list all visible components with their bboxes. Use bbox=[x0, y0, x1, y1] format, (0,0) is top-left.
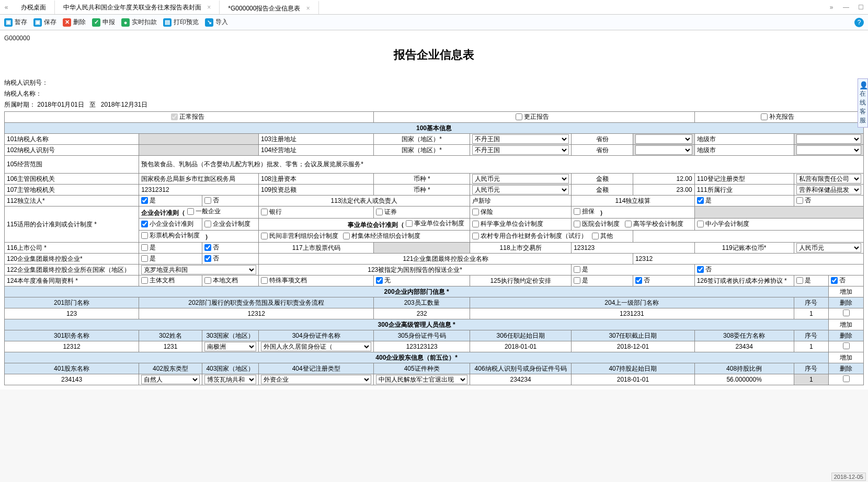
select-104-city[interactable] bbox=[796, 145, 861, 155]
select-405[interactable]: 中国人民解放军士官退出现 bbox=[376, 375, 467, 384]
tabs-back-icon[interactable]: « bbox=[0, 4, 13, 11]
value-107[interactable]: 12312312 bbox=[139, 185, 259, 196]
cb-a14[interactable]: 民间非营利组织会计制度 bbox=[261, 232, 338, 240]
cb-125-yes[interactable]: 是 bbox=[574, 276, 588, 285]
help-icon[interactable]: ? bbox=[854, 18, 864, 27]
print-button[interactable]: ▤打印预览 bbox=[163, 18, 199, 27]
select-110[interactable]: 私营有限责任公司 bbox=[796, 174, 861, 183]
select-404[interactable]: 外资企业 bbox=[261, 375, 371, 384]
supplement-report-checkbox[interactable]: 补充报告 bbox=[761, 112, 794, 121]
col-204: 204上一级部门名称 bbox=[470, 297, 794, 308]
cb-d4[interactable]: 无 bbox=[376, 276, 391, 285]
input-101[interactable] bbox=[139, 134, 259, 145]
col-del-300: 删除 bbox=[829, 330, 864, 341]
cb-a9[interactable]: 科学事业单位会计制度 bbox=[472, 220, 543, 228]
cb-a10[interactable]: 医院会计制度 bbox=[574, 220, 620, 228]
online-service-tab[interactable]: 👤 在线 客服 bbox=[858, 78, 868, 128]
select-103-prov[interactable] bbox=[635, 134, 692, 144]
select-108-currency[interactable]: 人民币元 bbox=[472, 174, 569, 183]
add-300-button[interactable]: 增加 bbox=[829, 319, 864, 330]
tab-g000000[interactable]: *G000000报告企业信息表 × bbox=[220, 1, 318, 14]
cb-d2[interactable]: 本地文档 bbox=[204, 276, 238, 285]
cb-116-yes[interactable]: 是 bbox=[141, 243, 156, 252]
toolbar: ▣暂存 ▣保存 ✕删除 ✓申报 ●实时扣款 ▤打印预览 ↘导入 ? bbox=[0, 15, 868, 30]
cb-a13[interactable]: 彩票机构会计制度 bbox=[141, 231, 200, 240]
close-icon[interactable]: × bbox=[207, 4, 211, 11]
value-118[interactable]: 123123 bbox=[572, 243, 694, 254]
pause-button[interactable]: ▣暂存 bbox=[4, 18, 27, 27]
add-400-button[interactable]: 增加 bbox=[829, 352, 864, 363]
value-109-amount[interactable]: 23.00 bbox=[633, 185, 694, 196]
realtime-button[interactable]: ●实时扣款 bbox=[121, 18, 157, 27]
select-122[interactable]: 克罗地亚共和国 bbox=[141, 265, 256, 274]
cb-116-no[interactable]: 否 bbox=[204, 243, 219, 252]
minimize-icon[interactable]: — bbox=[839, 1, 853, 14]
delete-button[interactable]: ✕删除 bbox=[63, 18, 86, 27]
select-103-country[interactable]: 不丹王国 bbox=[472, 134, 569, 144]
cb-d1[interactable]: 主体文档 bbox=[141, 276, 175, 285]
chevron-icon[interactable]: » bbox=[824, 1, 839, 14]
cb-120-yes[interactable]: 是 bbox=[141, 254, 156, 263]
select-304[interactable]: 外国人永久居留身份证（ bbox=[261, 342, 371, 351]
select-119[interactable]: 人民币元 bbox=[796, 243, 861, 253]
value-105[interactable]: 预包装食品、乳制品（不含婴幼儿配方乳粉）批发、零售；会议及展览展示服务* bbox=[139, 156, 864, 174]
add-200-button[interactable]: 增加 bbox=[829, 286, 864, 297]
cb-a4[interactable]: 保险 bbox=[472, 208, 493, 216]
cb-a6[interactable]: 小企业会计准则 bbox=[141, 220, 193, 228]
import-button[interactable]: ↘导入 bbox=[205, 18, 228, 27]
table-row: 234143 自然人 博茨瓦纳共和 外资企业 中国人民解放军士官退出现 2342… bbox=[5, 374, 864, 385]
cb-a8[interactable]: 事业单位会计制度 bbox=[406, 219, 464, 228]
cb-a15[interactable]: 村集体经济组织会计制度 bbox=[343, 232, 420, 240]
value-113: 卢新珍 bbox=[470, 196, 572, 206]
select-104-prov[interactable] bbox=[635, 145, 692, 155]
select-303[interactable]: 南极洲 bbox=[204, 342, 256, 351]
cb-114-yes[interactable]: 是 bbox=[697, 196, 712, 205]
value-108-amount[interactable]: 12.00 bbox=[633, 174, 694, 185]
cb-a7[interactable]: 企业会计制度 bbox=[204, 220, 250, 228]
cb-d3[interactable]: 特殊事项文档 bbox=[261, 276, 307, 285]
taxpayer-name-line: 纳税人名称： bbox=[4, 89, 864, 98]
cb-a3[interactable]: 证券 bbox=[376, 208, 397, 216]
cb-a16[interactable]: 农村专用合作社财务会计制度（试行） bbox=[472, 232, 587, 240]
select-402[interactable]: 自然人 bbox=[141, 375, 200, 384]
maximize-icon[interactable]: ☐ bbox=[853, 1, 868, 14]
window-controls: » — ☐ bbox=[824, 1, 868, 14]
del-200-checkbox[interactable] bbox=[843, 309, 850, 316]
cb-a1[interactable]: 一般企业 bbox=[187, 207, 221, 216]
select-109-currency[interactable]: 人民币元 bbox=[472, 185, 569, 194]
cb-123-yes[interactable]: 是 bbox=[574, 265, 588, 274]
cb-a2[interactable]: 银行 bbox=[261, 208, 282, 216]
cb-123-no[interactable]: 否 bbox=[697, 265, 712, 274]
cb-114-no[interactable]: 否 bbox=[796, 196, 811, 205]
select-403[interactable]: 博茨瓦纳共和 bbox=[204, 375, 256, 384]
tab-desktop[interactable]: 办税桌面 bbox=[13, 1, 55, 14]
cb-a5[interactable]: 担保 bbox=[574, 207, 595, 216]
cb-112-yes[interactable]: 是 bbox=[141, 196, 156, 205]
value-121[interactable]: 12312 bbox=[633, 254, 863, 265]
select-111[interactable]: 营养和保健品批发 bbox=[796, 185, 861, 194]
close-icon[interactable]: × bbox=[306, 5, 310, 12]
del-400-checkbox[interactable] bbox=[843, 375, 850, 382]
cb-a12[interactable]: 中小学会计制度 bbox=[697, 220, 749, 228]
input-102[interactable] bbox=[139, 145, 259, 156]
cb-112-no[interactable]: 否 bbox=[204, 196, 219, 205]
del-300-checkbox[interactable] bbox=[843, 342, 850, 349]
cb-126-no[interactable]: 否 bbox=[831, 276, 846, 285]
col-302: 302姓名 bbox=[139, 330, 202, 341]
col-seq3: 序号 bbox=[794, 330, 829, 341]
correct-report-checkbox[interactable]: 更正报告 bbox=[516, 112, 549, 121]
value-117[interactable] bbox=[374, 243, 470, 254]
save-button[interactable]: ▣保存 bbox=[33, 18, 56, 27]
cb-a17[interactable]: 其他 bbox=[592, 232, 613, 240]
submit-button[interactable]: ✓申报 bbox=[92, 18, 115, 27]
cb-a11[interactable]: 高等学校会计制度 bbox=[625, 220, 683, 228]
label-107: 107主管地税机关 bbox=[5, 185, 139, 196]
label-city2: 地级市 bbox=[694, 145, 794, 156]
select-103-city[interactable] bbox=[796, 134, 861, 144]
cb-125-no[interactable]: 否 bbox=[635, 276, 650, 285]
normal-report-checkbox[interactable]: 正常报告 bbox=[171, 112, 204, 121]
select-104-country[interactable]: 不丹王国 bbox=[472, 145, 569, 155]
tab-cover[interactable]: 中华人民共和国企业年度关联业务往来报告表封面 × bbox=[55, 1, 220, 14]
cb-120-no[interactable]: 否 bbox=[204, 254, 219, 263]
cb-126-yes[interactable]: 是 bbox=[796, 276, 811, 285]
